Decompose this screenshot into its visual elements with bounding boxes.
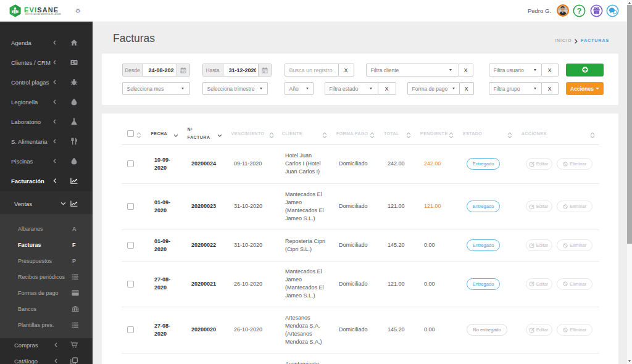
svg-text:?: ? [577,7,582,15]
